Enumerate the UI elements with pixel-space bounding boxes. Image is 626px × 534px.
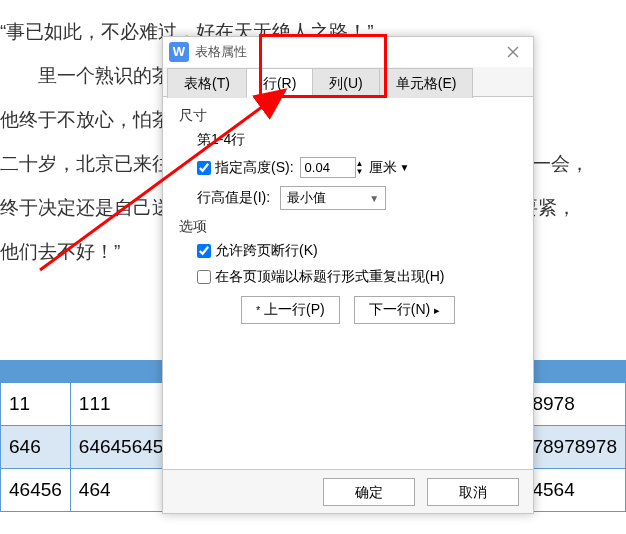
- dialog-tabs: 表格(T) 行(R) 列(U) 单元格(E): [163, 67, 533, 97]
- dialog-titlebar: W 表格属性: [163, 37, 533, 67]
- cancel-button[interactable]: 取消: [427, 478, 519, 506]
- close-icon: [507, 46, 519, 58]
- height-unit-select[interactable]: 厘米 ▼: [369, 158, 409, 178]
- allow-break-label: 允许跨页断行(K): [215, 242, 318, 260]
- tab-cell[interactable]: 单元格(E): [379, 68, 474, 98]
- close-button[interactable]: [499, 41, 527, 63]
- next-row-button[interactable]: 下一行(N) ▸: [354, 296, 455, 324]
- options-group-label: 选项: [179, 218, 517, 236]
- tab-column[interactable]: 列(U): [312, 68, 379, 98]
- dialog-footer: 确定 取消: [163, 469, 533, 513]
- specify-height-label: 指定高度(S):: [215, 159, 294, 177]
- row-height-is-label: 行高值是(I):: [197, 189, 270, 207]
- allow-break-checkbox[interactable]: [197, 244, 211, 258]
- tab-table[interactable]: 表格(T): [167, 68, 247, 98]
- prev-row-button[interactable]: * 上一行(P): [241, 296, 340, 324]
- row-range-text: 第1-4行: [197, 131, 517, 149]
- repeat-header-checkbox[interactable]: [197, 270, 211, 284]
- repeat-header-label: 在各页顶端以标题行形式重复出现(H): [215, 268, 444, 286]
- size-group-label: 尺寸: [179, 107, 517, 125]
- dialog-title: 表格属性: [195, 43, 499, 61]
- wps-logo-icon: W: [169, 42, 189, 62]
- caret-down-icon: ▼: [399, 162, 409, 173]
- height-input[interactable]: [300, 157, 356, 178]
- caret-down-icon: ▼: [369, 193, 379, 204]
- dialog-body: 尺寸 第1-4行 指定高度(S): ▲ ▼ 厘米 ▼ 行高值是(I): 最小值: [163, 97, 533, 332]
- tab-row[interactable]: 行(R): [246, 68, 313, 98]
- specify-height-checkbox[interactable]: [197, 161, 211, 175]
- row-height-combo[interactable]: 最小值 ▼: [280, 186, 386, 210]
- table-properties-dialog: W 表格属性 表格(T) 行(R) 列(U) 单元格(E) 尺寸 第1-4行 指…: [162, 36, 534, 514]
- ok-button[interactable]: 确定: [323, 478, 415, 506]
- spin-down-icon[interactable]: ▼: [356, 168, 364, 176]
